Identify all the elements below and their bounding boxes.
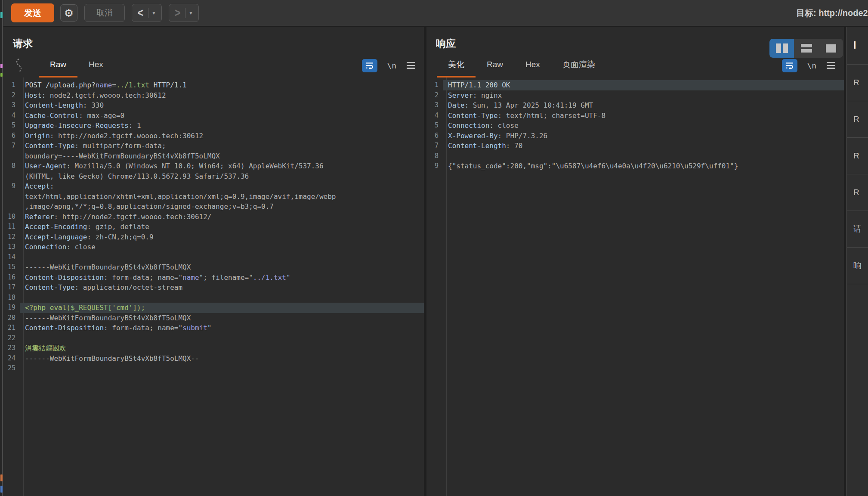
- code-text: text/html,application/xhtml+xml,applicat…: [20, 192, 424, 202]
- inspector-section[interactable]: R: [847, 101, 868, 138]
- line-number: 21: [3, 323, 20, 333]
- editor-menu-button[interactable]: [827, 62, 835, 69]
- prev-request-button[interactable]: < ▼: [132, 4, 162, 22]
- newline-marker-toggle[interactable]: \n: [807, 61, 816, 70]
- request-editor[interactable]: 1 POST /upload.php?name=../1.txt HTTP/1.…: [3, 78, 424, 496]
- inspector-section[interactable]: 请: [847, 211, 868, 248]
- inspector-strip: IRRRR请响: [846, 27, 868, 496]
- response-tabbar: 美化RawHex页面渲染 \n: [426, 53, 844, 78]
- sliver-mark-blue: [0, 486, 3, 493]
- inspector-section[interactable]: R: [847, 138, 868, 174]
- code-text: ------WebKitFormBoundaryBSt4vXb8fT5oLMQX: [20, 313, 424, 323]
- newline-marker-toggle[interactable]: \n: [387, 61, 396, 70]
- response-panel: 响应 美化RawHex页面渲染 \n: [426, 27, 844, 496]
- code-text: Content-Disposition: form-data; name="su…: [20, 323, 424, 333]
- button-separator: [148, 8, 148, 18]
- code-text: [20, 363, 424, 374]
- line-number: 9: [3, 181, 20, 192]
- inspector-section[interactable]: R: [847, 65, 868, 101]
- code-text: Upgrade-Insecure-Requests: 1: [20, 121, 424, 131]
- response-tab[interactable]: Raw: [476, 53, 514, 78]
- code-row: 1 HTTP/1.1 200 OK: [426, 80, 844, 90]
- code-text: Accept:: [20, 181, 424, 192]
- code-text: [20, 333, 424, 344]
- response-editor[interactable]: 1 HTTP/1.1 200 OK 2 Server: nginx 3 Date…: [426, 78, 844, 496]
- code-row: 25: [3, 363, 424, 374]
- code-row: 14: [3, 252, 424, 263]
- line-number: [3, 202, 20, 212]
- request-tabs: RawHex: [39, 53, 114, 78]
- response-tab[interactable]: 页面渲染: [551, 53, 606, 78]
- code-text: Connection: close: [443, 121, 844, 131]
- line-number: 5: [426, 121, 443, 131]
- code-row: 23 涓婁紶鏂囦欢: [3, 343, 424, 353]
- code-row: boundary=----WebKitFormBoundaryBSt4vXb8f…: [3, 151, 424, 161]
- request-tabbar: RawHex \n: [3, 53, 424, 78]
- repeater-main-area: 请求 RawHex \n: [3, 27, 868, 496]
- line-number: 1: [3, 80, 20, 90]
- code-text: Referer: http://node2.tgctf.woooo.tech:3…: [20, 212, 424, 222]
- send-button[interactable]: 发送: [11, 3, 54, 22]
- pretty-print-icon: [15, 57, 22, 74]
- code-text: Host: node2.tgctf.woooo.tech:30612: [20, 90, 424, 101]
- word-wrap-toggle-button[interactable]: [362, 59, 377, 72]
- code-text: ------WebKitFormBoundaryBSt4vXb8fT5oLMQX: [20, 262, 424, 273]
- hamburger-icon: [407, 62, 415, 63]
- code-row: 2 Server: nginx: [426, 90, 844, 101]
- code-row: 16 Content-Disposition: form-data; name=…: [3, 273, 424, 283]
- request-tab[interactable]: Raw: [39, 53, 77, 78]
- inspector-section[interactable]: R: [847, 174, 868, 211]
- code-row: 22: [3, 333, 424, 344]
- button-separator: [185, 8, 185, 18]
- code-text: User-Agent: Mozilla/5.0 (Windows NT 10.0…: [20, 161, 424, 171]
- line-number: 11: [3, 222, 20, 232]
- single-layout-icon: [826, 44, 836, 53]
- word-wrap-toggle-button[interactable]: [782, 59, 797, 72]
- code-text: Content-Length: 330: [20, 100, 424, 111]
- code-row: text/html,application/xhtml+xml,applicat…: [3, 192, 424, 202]
- line-number: 15: [3, 262, 20, 273]
- code-text: POST /upload.php?name=../1.txt HTTP/1.1: [20, 80, 424, 90]
- response-panel-title: 响应: [436, 38, 456, 49]
- chevron-left-icon: <: [138, 6, 144, 20]
- code-row: 2 Host: node2.tgctf.woooo.tech:30612: [3, 90, 424, 101]
- code-text: (KHTML, like Gecko) Chrome/113.0.5672.93…: [20, 171, 424, 182]
- line-number: [3, 192, 20, 202]
- request-panel-head: 请求: [3, 27, 424, 53]
- code-row: 8 User-Agent: Mozilla/5.0 (Windows NT 10…: [3, 161, 424, 171]
- line-number: 5: [3, 121, 20, 131]
- code-row: (KHTML, like Gecko) Chrome/113.0.5672.93…: [3, 171, 424, 182]
- editor-menu-button[interactable]: [407, 62, 415, 69]
- code-row: 9 Accept:: [3, 181, 424, 192]
- sliver-mark-teal: [0, 12, 3, 18]
- settings-button[interactable]: ⚙: [60, 4, 77, 22]
- code-row: 9 {"status_code":200,"msg":"\u6587\u4ef6…: [426, 161, 844, 171]
- line-number: 2: [426, 90, 443, 101]
- code-text: Accept-Language: zh-CN,zh;q=0.9: [20, 232, 424, 242]
- line-number: 9: [426, 161, 443, 171]
- code-row: 11 Accept-Encoding: gzip, deflate: [3, 222, 424, 232]
- chevron-right-icon: >: [175, 6, 181, 20]
- line-number: 13: [3, 242, 20, 252]
- inspector-section[interactable]: 响: [847, 248, 868, 284]
- code-row: 3 Content-Length: 330: [3, 100, 424, 111]
- response-tab[interactable]: Hex: [514, 53, 551, 78]
- next-request-button[interactable]: > ▼: [169, 4, 199, 22]
- line-number: 14: [3, 252, 20, 263]
- response-tab-icons: \n: [782, 53, 835, 78]
- inspector-section[interactable]: I: [847, 27, 868, 65]
- code-row: 4 Content-Type: text/html; charset=UTF-8: [426, 111, 844, 121]
- code-text: Date: Sun, 13 Apr 2025 10:41:19 GMT: [443, 100, 844, 111]
- code-text: Content-Disposition: form-data; name="na…: [20, 273, 424, 283]
- code-row: 7 Content-Type: multipart/form-data;: [3, 141, 424, 151]
- hamburger-icon: [827, 62, 835, 63]
- code-text: Server: nginx: [443, 90, 844, 101]
- code-row: 6 X-Powered-By: PHP/7.3.26: [426, 131, 844, 141]
- response-tab[interactable]: 美化: [437, 53, 476, 78]
- line-number: 17: [3, 282, 20, 293]
- cancel-button[interactable]: 取消: [84, 4, 125, 22]
- request-tab[interactable]: Hex: [77, 53, 114, 78]
- gear-icon: ⚙: [64, 8, 74, 19]
- code-row: 4 Cache-Control: max-age=0: [3, 111, 424, 121]
- line-number: [3, 171, 20, 182]
